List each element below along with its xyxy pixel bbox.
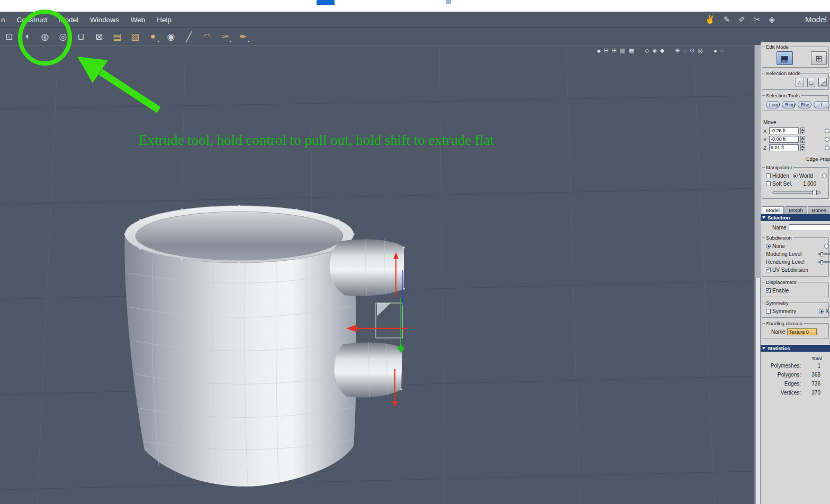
camera-dolly-icon[interactable]: ⊙ xyxy=(690,47,694,54)
ring-button[interactable]: Ring xyxy=(782,101,796,108)
statistics-section-header[interactable]: Statistics xyxy=(761,345,830,352)
move-z-input[interactable] xyxy=(769,144,799,151)
shading-domain-select[interactable]: Texture 0 xyxy=(787,328,817,335)
name-input[interactable] xyxy=(789,224,830,231)
bridge-tool-icon[interactable]: ◎ xyxy=(56,30,70,43)
select-tool-icon[interactable]: ⊡ xyxy=(2,30,16,43)
camera-reset-icon[interactable]: ◎ xyxy=(698,47,703,54)
magnet-tool-icon[interactable]: ◉ xyxy=(164,30,178,43)
rendering-level-slider[interactable] xyxy=(818,260,830,264)
soft-selection-slider[interactable] xyxy=(772,190,821,195)
tessellate-tool-icon[interactable]: ▧ xyxy=(128,30,142,43)
world-label: World xyxy=(799,173,813,179)
hidden-label: Hidden xyxy=(772,173,789,179)
smooth-shade-icon[interactable]: ◆ xyxy=(660,47,664,54)
layout-three-pane-icon[interactable]: ▥ xyxy=(620,47,625,54)
menu-item-construct[interactable]: Construct xyxy=(17,16,48,24)
scrollbar-thumb[interactable] xyxy=(755,278,761,504)
vertex-mode-button[interactable]: ∴ xyxy=(796,78,804,87)
axis-option-radio[interactable] xyxy=(825,129,829,133)
dome-tool-icon[interactable]: ◖ xyxy=(20,30,34,43)
spin-down-button[interactable] xyxy=(800,148,805,151)
camera-orbit-icon[interactable]: ⊕ xyxy=(675,47,680,54)
selection-section-header[interactable]: Selection xyxy=(761,214,830,221)
move-x-input[interactable] xyxy=(769,127,799,134)
slider-thumb[interactable] xyxy=(820,252,823,256)
between-button[interactable]: Btw xyxy=(798,101,811,108)
tab-bones[interactable]: Bones xyxy=(808,206,830,214)
layout-grid-icon[interactable]: ▦ xyxy=(629,47,634,54)
slider-thumb[interactable] xyxy=(813,190,817,195)
modeling-level-label: Modeling Level xyxy=(766,251,801,257)
wireframe-shade-icon[interactable]: ◇ xyxy=(645,47,649,54)
delete-tool-icon[interactable]: ⊠ xyxy=(92,30,106,43)
y-axis-label: Y xyxy=(763,136,768,142)
menu-item-windows[interactable]: Windows xyxy=(90,16,119,24)
displacement-group: Displacement Enable xyxy=(762,282,829,297)
preview-ball-outline-icon[interactable]: ○ xyxy=(720,48,724,54)
subdivision-title: Subdivision xyxy=(765,235,793,241)
line-tool-icon[interactable]: ╱ xyxy=(182,30,196,43)
soft-selection-label: Soft Sel. xyxy=(772,181,792,187)
layout-two-pane-icon[interactable]: ⊟ xyxy=(604,47,609,54)
pencil-tool-icon[interactable]: ✎ xyxy=(724,15,730,24)
axis-option-radio[interactable] xyxy=(825,145,829,150)
edit-mode-uv-button[interactable]: ⊞ xyxy=(811,51,827,65)
subdivision-none-radio[interactable] xyxy=(766,244,771,249)
edit-mode-object-button[interactable]: ▦ xyxy=(777,51,793,65)
axis-option-radio[interactable] xyxy=(825,137,829,142)
menu-item-web[interactable]: Web xyxy=(131,16,146,24)
subdivision-smooth-radio[interactable] xyxy=(824,244,829,249)
bend-tool-icon[interactable]: ◠ xyxy=(200,30,214,43)
spin-down-button[interactable] xyxy=(800,139,805,143)
modeling-level-slider[interactable] xyxy=(818,252,830,256)
spin-down-button[interactable] xyxy=(800,131,805,134)
panel-scrollbar[interactable] xyxy=(754,45,761,504)
stat-row-polymeshes: Polymeshes: 1 xyxy=(761,361,830,370)
flat-shade-icon[interactable]: ◈ xyxy=(652,47,656,54)
pen-tool-icon[interactable]: ✐ xyxy=(738,15,745,24)
pen-nib-tool-icon[interactable]: ✒ xyxy=(236,30,250,43)
tab-morph[interactable]: Morph xyxy=(784,206,807,214)
viewport-canvas[interactable] xyxy=(0,45,754,504)
curve-tool-icon[interactable]: ✑ xyxy=(218,30,232,43)
shell-tool-icon[interactable]: ⊔ xyxy=(74,30,88,43)
layout-single-view-icon[interactable]: ■ xyxy=(597,48,601,54)
menu-item-help[interactable]: Help xyxy=(157,16,172,24)
3d-viewport[interactable]: ■ ⊟ ⊞ ▥ ▦ ◇ ◈ ◆ ⊕ ◌ ⊙ ◎ ● ○ xyxy=(0,45,754,504)
face-mode-button[interactable]: ◿ xyxy=(818,78,827,87)
move-y-input[interactable] xyxy=(769,136,799,143)
soft-selection-checkbox[interactable] xyxy=(766,181,771,186)
hidden-checkbox[interactable] xyxy=(766,173,771,178)
world-radio[interactable] xyxy=(793,173,798,178)
displacement-enable-checkbox[interactable] xyxy=(766,288,771,293)
mug-model[interactable] xyxy=(124,205,405,487)
symmetry-x-radio[interactable] xyxy=(819,309,824,314)
application-window: n Construct Model Windows Web Help ✌ ✎ ✐… xyxy=(0,0,830,504)
symmetry-checkbox[interactable] xyxy=(766,309,771,314)
hand-tool-icon[interactable]: ✌ xyxy=(705,15,715,24)
gizmo-face-shade xyxy=(377,303,391,316)
edge-mode-button[interactable]: □ xyxy=(807,78,816,87)
tool-bar: ⊡ ◖ ◍ ◎ ⊔ ⊠ ▤ ▧ ● ◉ ╱ ◠ ✑ ✒ xyxy=(0,28,754,45)
menu-item-model[interactable]: Model xyxy=(59,16,78,24)
extrude-tool-icon[interactable]: ◍ xyxy=(38,30,52,43)
camera-pan-icon[interactable]: ◌ xyxy=(683,48,687,54)
stat-label: Polygons: xyxy=(761,372,801,378)
clay-tool-icon[interactable]: ● xyxy=(146,30,160,43)
slider-thumb[interactable] xyxy=(820,260,823,264)
symmetry-title: Symmetry xyxy=(765,300,790,306)
uv-view-icon[interactable]: ◈ xyxy=(769,15,775,24)
inner-button[interactable]: I xyxy=(814,101,829,108)
loop-button[interactable]: Loop xyxy=(766,101,780,108)
menu-item-partial[interactable]: n xyxy=(1,16,5,24)
collapse-triangle-icon xyxy=(762,347,765,350)
tab-model[interactable]: Model xyxy=(762,206,784,214)
knife-tool-icon[interactable]: ✂ xyxy=(754,15,761,24)
uv-subdivision-checkbox[interactable] xyxy=(766,268,771,272)
smooth-tool-icon[interactable]: ▤ xyxy=(110,30,124,43)
viewport-toolbar: ■ ⊟ ⊞ ▥ ▦ ◇ ◈ ◆ ⊕ ◌ ⊙ ◎ ● ○ xyxy=(597,47,724,54)
preview-ball-icon[interactable]: ● xyxy=(714,48,717,54)
layout-four-pane-icon[interactable]: ⊞ xyxy=(612,47,617,54)
local-radio[interactable] xyxy=(822,173,827,178)
